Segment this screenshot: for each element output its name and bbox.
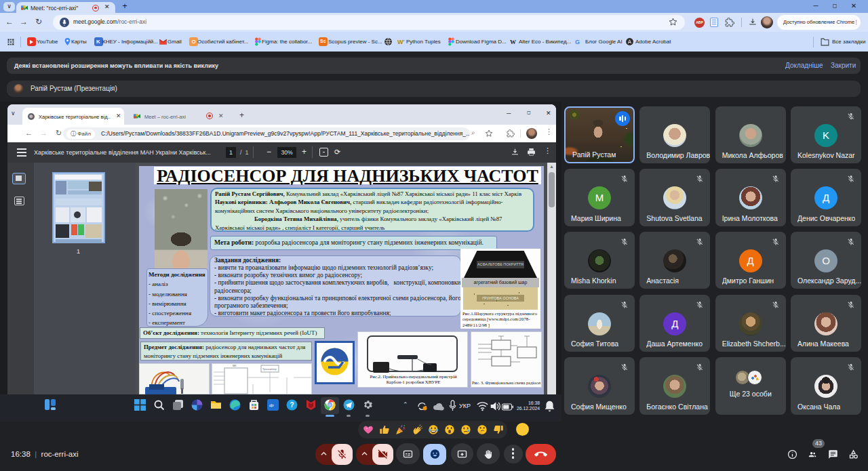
svg-text:Трансмітер: Трансмітер bbox=[262, 367, 277, 371]
svg-text:?: ? bbox=[290, 401, 294, 409]
svg-text:МК: МК bbox=[233, 364, 237, 367]
svg-text:dp: dp bbox=[269, 403, 274, 407]
